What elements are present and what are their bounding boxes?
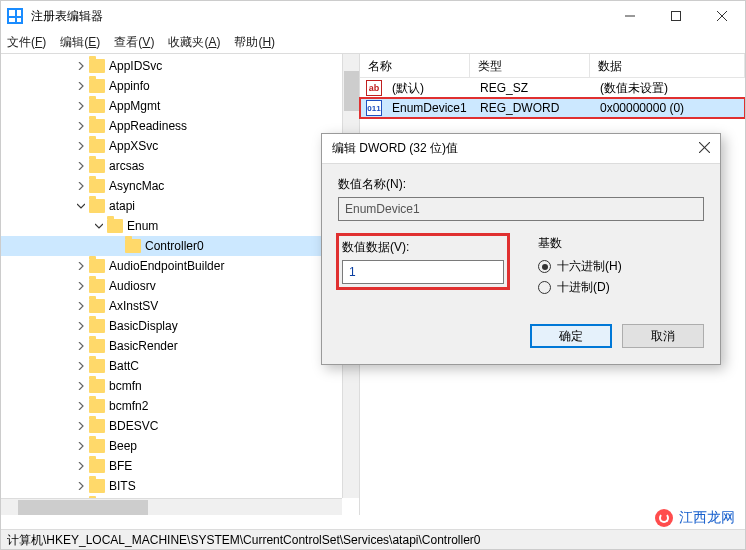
value-data-cell: 0x00000000 (0) (592, 101, 692, 115)
menu-help[interactable]: 帮助(H) (234, 34, 275, 51)
radio-hex[interactable]: 十六进制(H) (538, 258, 704, 275)
base-label: 基数 (538, 235, 704, 252)
tree-item-label: Controller0 (145, 239, 204, 253)
tree-item-label: Audiosrv (109, 279, 156, 293)
statusbar: 计算机\HKEY_LOCAL_MACHINE\SYSTEM\CurrentCon… (1, 529, 745, 549)
dialog-titlebar[interactable]: 编辑 DWORD (32 位)值 (322, 134, 720, 164)
folder-icon (89, 399, 105, 413)
no-expand-icon (109, 238, 125, 254)
expand-icon[interactable] (73, 78, 89, 94)
folder-icon (89, 319, 105, 333)
tree-item-bfe[interactable]: BFE (1, 456, 359, 476)
tree-item-label: BDESVC (109, 419, 158, 433)
dialog-title: 编辑 DWORD (32 位)值 (332, 140, 699, 157)
tree-item-label: AxInstSV (109, 299, 158, 313)
ok-button[interactable]: 确定 (530, 324, 612, 348)
expand-icon[interactable] (73, 338, 89, 354)
tree-item-basicrender[interactable]: BasicRender (1, 336, 359, 356)
tree-item-label: atapi (109, 199, 135, 213)
close-button[interactable] (699, 1, 745, 31)
expand-icon[interactable] (73, 298, 89, 314)
col-data[interactable]: 数据 (590, 54, 745, 77)
tree-item-appidsvc[interactable]: AppIDSvc (1, 56, 359, 76)
expand-icon[interactable] (73, 478, 89, 494)
collapse-icon[interactable] (91, 218, 107, 234)
tree-pane[interactable]: AppIDSvcAppinfoAppMgmtAppReadinessAppXSv… (1, 54, 359, 515)
tree-item-label: BITS (109, 479, 136, 493)
expand-icon[interactable] (73, 118, 89, 134)
folder-icon (89, 459, 105, 473)
registry-value-row[interactable]: ab(默认)REG_SZ(数值未设置) (360, 78, 745, 98)
expand-icon[interactable] (73, 178, 89, 194)
expand-icon[interactable] (73, 318, 89, 334)
tree-item-atapi[interactable]: atapi (1, 196, 359, 216)
expand-icon[interactable] (73, 358, 89, 374)
folder-icon (89, 199, 105, 213)
tree-item-enum[interactable]: Enum (1, 216, 359, 236)
expand-icon[interactable] (73, 438, 89, 454)
tree-item-audiosrv[interactable]: Audiosrv (1, 276, 359, 296)
folder-icon (89, 59, 105, 73)
expand-icon[interactable] (73, 458, 89, 474)
expand-icon[interactable] (73, 58, 89, 74)
expand-icon[interactable] (73, 418, 89, 434)
expand-icon[interactable] (73, 258, 89, 274)
value-data-label: 数值数据(V): (342, 239, 504, 256)
tree-item-appreadiness[interactable]: AppReadiness (1, 116, 359, 136)
radio-dec[interactable]: 十进制(D) (538, 279, 704, 296)
menu-view[interactable]: 查看(V) (114, 34, 154, 51)
folder-icon (89, 339, 105, 353)
value-name-cell: EnumDevice1 (384, 101, 472, 115)
value-type-cell: REG_SZ (472, 81, 592, 95)
expand-icon[interactable] (73, 278, 89, 294)
value-name-field (338, 197, 704, 221)
minimize-button[interactable] (607, 1, 653, 31)
folder-icon (125, 239, 141, 253)
tree-item-battc[interactable]: BattC (1, 356, 359, 376)
col-type[interactable]: 类型 (470, 54, 590, 77)
tree-item-label: bcmfn (109, 379, 142, 393)
tree-item-audioendpointbuilder[interactable]: AudioEndpointBuilder (1, 256, 359, 276)
menu-edit[interactable]: 编辑(E) (60, 34, 100, 51)
tree-item-beep[interactable]: Beep (1, 436, 359, 456)
tree-hscroll[interactable] (1, 498, 342, 515)
tree-item-appmgmt[interactable]: AppMgmt (1, 96, 359, 116)
tree-item-axinstsv[interactable]: AxInstSV (1, 296, 359, 316)
tree-item-appinfo[interactable]: Appinfo (1, 76, 359, 96)
tree-item-bcmfn2[interactable]: bcmfn2 (1, 396, 359, 416)
tree-item-appxsvc[interactable]: AppXSvc (1, 136, 359, 156)
value-data-cell: (数值未设置) (592, 80, 676, 97)
expand-icon[interactable] (73, 378, 89, 394)
tree-item-label: Appinfo (109, 79, 150, 93)
menu-favorites[interactable]: 收藏夹(A) (168, 34, 220, 51)
folder-icon (89, 439, 105, 453)
value-name-label: 数值名称(N): (338, 176, 704, 193)
col-name[interactable]: 名称 (360, 54, 470, 77)
cancel-button[interactable]: 取消 (622, 324, 704, 348)
collapse-icon[interactable] (73, 198, 89, 214)
expand-icon[interactable] (73, 398, 89, 414)
expand-icon[interactable] (73, 98, 89, 114)
tree-item-bcmfn[interactable]: bcmfn (1, 376, 359, 396)
tree-item-bdesvc[interactable]: BDESVC (1, 416, 359, 436)
tree-item-controller0[interactable]: Controller0 (1, 236, 359, 256)
tree-item-bits[interactable]: BITS (1, 476, 359, 496)
string-value-icon: ab (366, 80, 382, 96)
folder-icon (89, 119, 105, 133)
folder-icon (89, 299, 105, 313)
tree-item-asyncmac[interactable]: AsyncMac (1, 176, 359, 196)
tree-item-label: arcsas (109, 159, 144, 173)
expand-icon[interactable] (73, 138, 89, 154)
registry-value-row[interactable]: 011EnumDevice1REG_DWORD0x00000000 (0) (360, 98, 745, 118)
maximize-button[interactable] (653, 1, 699, 31)
menu-file[interactable]: 文件(F) (7, 34, 46, 51)
tree-item-basicdisplay[interactable]: BasicDisplay (1, 316, 359, 336)
value-data-field[interactable] (342, 260, 504, 284)
dialog-close-icon[interactable] (699, 142, 710, 156)
tree-item-label: AppReadiness (109, 119, 187, 133)
expand-icon[interactable] (73, 158, 89, 174)
folder-icon (89, 139, 105, 153)
tree-item-arcsas[interactable]: arcsas (1, 156, 359, 176)
tree-item-label: AppMgmt (109, 99, 160, 113)
window-title: 注册表编辑器 (31, 8, 607, 25)
